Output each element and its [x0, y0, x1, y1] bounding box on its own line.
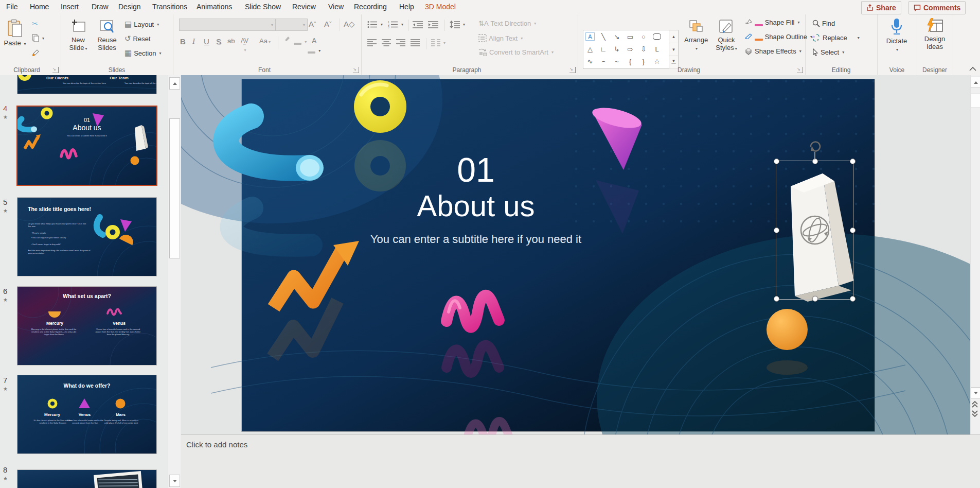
section-button[interactable]: ▦ Section	[124, 48, 162, 58]
slide-editing-area[interactable]: 01 About us You can enter a subtitle her…	[181, 75, 970, 434]
tab-help[interactable]: Help	[397, 0, 416, 14]
thumbnail-slide-8[interactable]	[17, 469, 157, 488]
cut-button[interactable]: ✂	[32, 20, 38, 28]
align-text-button[interactable]: Align Text	[478, 34, 523, 42]
shape-outline-button[interactable]: Shape Outline	[744, 33, 812, 41]
shape-oval[interactable]: ○	[637, 30, 650, 43]
shape-left-brace[interactable]: {	[623, 55, 637, 67]
new-slide-button[interactable]: New Slide	[65, 18, 92, 53]
underline-button[interactable]: U	[204, 37, 209, 46]
tab-view[interactable]: View	[326, 0, 346, 14]
paste-button[interactable]: Paste	[3, 18, 27, 48]
align-right-button[interactable]	[396, 39, 405, 46]
highlight-color-button[interactable]	[283, 36, 307, 45]
previous-slide-button[interactable]	[971, 400, 979, 408]
resize-handle-bottom-center[interactable]	[812, 296, 818, 302]
resize-handle-bottom-right[interactable]	[850, 296, 856, 302]
change-case-button[interactable]: Aa	[259, 37, 271, 45]
thumbnail-slide-4[interactable]: 01 About us You can enter a subtitle her…	[16, 106, 157, 186]
decrease-font-size-button[interactable]: A˅	[324, 20, 332, 28]
shape-elbow-connector[interactable]: ∟	[597, 43, 610, 55]
design-ideas-button[interactable]: Design Ideas	[920, 16, 950, 50]
shape-triangle[interactable]: △	[583, 43, 597, 55]
shape-rectangle[interactable]: ▭	[623, 30, 637, 43]
decrease-indent-button[interactable]	[413, 21, 423, 28]
format-painter-button[interactable]	[32, 48, 40, 57]
shape-arc[interactable]: ⌢	[597, 55, 610, 67]
shape-down-arrow[interactable]: ⇩	[637, 43, 650, 55]
comments-button[interactable]: Comments	[908, 1, 966, 14]
collapse-ribbon-button[interactable]	[969, 64, 977, 70]
tab-transitions[interactable]: Transitions	[150, 0, 189, 14]
resize-handle-top-left[interactable]	[774, 159, 779, 164]
layout-button[interactable]: ▤ Layout	[124, 20, 159, 29]
shape-star[interactable]: ☆	[650, 55, 664, 67]
select-button[interactable]: Select	[812, 48, 844, 56]
tab-insert[interactable]: Insert	[59, 0, 81, 14]
clipboard-dialog-launcher[interactable]	[52, 67, 59, 73]
main-vertical-scrollbar[interactable]	[970, 75, 980, 434]
shapes-scroll-up-button[interactable]: ▲	[669, 30, 678, 43]
quick-styles-button[interactable]: Quick Styles	[712, 18, 740, 53]
rotate-handle[interactable]	[808, 140, 822, 160]
share-button[interactable]: Share	[861, 1, 901, 14]
shape-elbow-arrow-connector[interactable]: ↳	[610, 43, 623, 55]
resize-handle-bottom-left[interactable]	[774, 296, 779, 302]
notes-splitter[interactable]	[181, 434, 980, 435]
resize-handle-middle-left[interactable]	[774, 228, 779, 233]
thumbnail-scroll-up-button[interactable]	[169, 77, 180, 90]
reset-button[interactable]: ↺ Reset	[124, 34, 151, 43]
align-center-button[interactable]	[382, 39, 391, 46]
bullets-button[interactable]	[367, 21, 383, 28]
find-button[interactable]: Find	[812, 20, 835, 27]
dictate-button[interactable]: Dictate	[882, 16, 911, 54]
tab-home[interactable]: Home	[28, 0, 51, 16]
thumbnail-scroll-down-button[interactable]	[169, 475, 180, 487]
selected-object-bounding-box[interactable]	[776, 161, 853, 300]
italic-button[interactable]: I	[192, 37, 195, 46]
bold-button[interactable]: B	[180, 37, 186, 46]
shape-line[interactable]: ╲	[597, 30, 610, 43]
font-name-combobox[interactable]	[179, 19, 276, 31]
tab-slide-show[interactable]: Slide Show	[243, 0, 283, 14]
main-scroll-up-button[interactable]	[971, 77, 980, 88]
arrange-button[interactable]: Arrange	[682, 18, 710, 53]
strikethrough-button[interactable]: ab	[227, 37, 235, 45]
next-slide-button[interactable]	[971, 410, 979, 417]
shape-rounded-rectangle[interactable]	[650, 30, 664, 43]
tab-recording[interactable]: Recording	[352, 0, 389, 14]
3d-rotate-icon[interactable]	[798, 214, 831, 247]
copy-button[interactable]	[32, 34, 44, 42]
shape-right-arrow[interactable]: ⇨	[623, 43, 637, 55]
main-scrollbar-thumb[interactable]	[971, 94, 980, 108]
increase-indent-button[interactable]	[428, 21, 438, 28]
tab-file[interactable]: File	[4, 0, 20, 14]
numbering-button[interactable]: 123	[388, 21, 403, 28]
tab-design[interactable]: Design	[116, 0, 143, 14]
shape-scribble[interactable]: ∿	[583, 55, 597, 67]
shape-right-brace[interactable]: }	[637, 55, 650, 67]
font-dialog-launcher[interactable]	[353, 67, 359, 73]
notes-pane[interactable]: Click to add notes	[181, 434, 980, 488]
shape-line-arrow[interactable]: ↘	[610, 30, 623, 43]
tab-draw[interactable]: Draw	[90, 0, 111, 14]
text-shadow-button[interactable]: S	[216, 37, 221, 46]
replace-button[interactable]: b c Replace	[812, 34, 860, 42]
shape-effects-button[interactable]: Shape Effects	[744, 47, 801, 55]
thumbnail-scrollbar-thumb[interactable]	[169, 118, 180, 258]
clear-formatting-button[interactable]: A◇	[344, 20, 355, 29]
convert-to-smartart-button[interactable]: Convert to SmartArt	[478, 48, 554, 56]
slide-kicker-text[interactable]: 01	[280, 150, 671, 189]
character-spacing-button[interactable]: AV↔	[241, 37, 248, 53]
thumbnail-slide-5[interactable]: The slide title goes here! Do you know w…	[17, 197, 157, 276]
shape-curve[interactable]: ~	[610, 55, 623, 67]
increase-font-size-button[interactable]: A˄	[309, 20, 316, 28]
font-color-button[interactable]: A	[308, 36, 320, 54]
thumbnail-slide-7[interactable]: What do we offer? Mercury Venus Mars It'…	[17, 375, 157, 454]
justify-button[interactable]	[411, 39, 420, 46]
font-size-combobox[interactable]	[276, 19, 308, 31]
thumbnail-slide-3[interactable]: Our Clients Our Team You can describe th…	[17, 75, 157, 94]
shape-corner[interactable]: L	[650, 43, 664, 55]
shape-text-box[interactable]: A	[585, 32, 595, 41]
shape-fill-button[interactable]: Shape Fill	[744, 19, 799, 26]
